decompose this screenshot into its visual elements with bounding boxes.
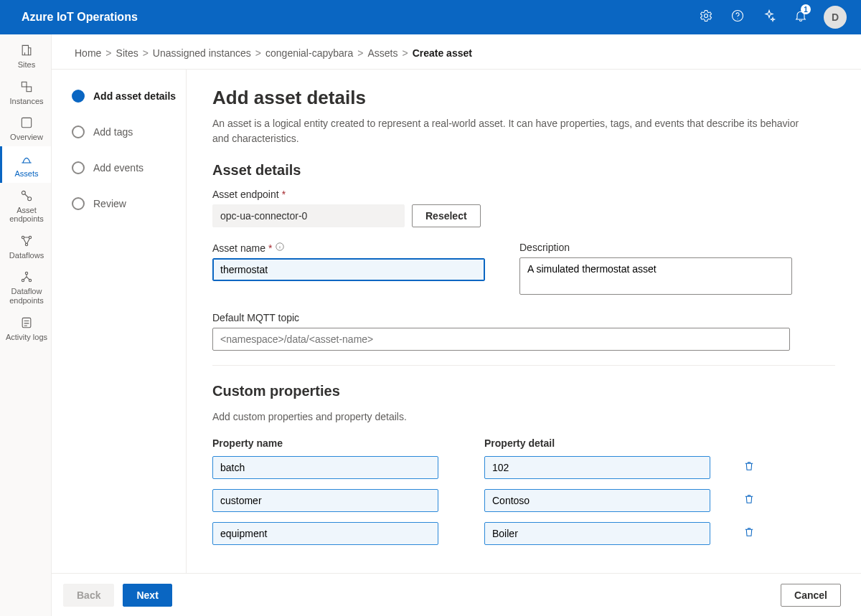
crumb-home[interactable]: Home <box>75 47 101 59</box>
rail-label: Asset endpoints <box>4 206 50 224</box>
delete-property-button[interactable] <box>739 458 759 478</box>
trash-icon <box>743 526 756 541</box>
rail-instances[interactable]: Instances <box>0 74 51 110</box>
whatsnew-button[interactable] <box>753 0 785 34</box>
dataflows-icon <box>19 234 34 248</box>
svg-point-8 <box>22 236 24 238</box>
help-icon <box>730 9 745 26</box>
description-input[interactable] <box>519 257 792 295</box>
help-button[interactable] <box>722 0 753 34</box>
step-add-events[interactable]: Add events <box>72 161 177 174</box>
property-row <box>212 522 835 545</box>
crumb-assets[interactable]: Assets <box>367 47 397 59</box>
page-title: Add asset details <box>212 87 835 109</box>
gear-icon <box>699 9 713 26</box>
app-title: Azure IoT Operations <box>22 11 138 24</box>
rail-dataflow-endpoints[interactable]: Dataflow endpoints <box>0 264 51 309</box>
app-header: Azure IoT Operations 1 D <box>0 0 861 34</box>
svg-point-2 <box>738 19 738 19</box>
step-dot-icon <box>72 197 85 210</box>
trash-icon <box>743 460 756 475</box>
asset-name-label: Asset name* <box>212 242 485 254</box>
dataflow-endpoints-icon <box>19 270 34 284</box>
overview-icon <box>19 115 34 130</box>
property-detail-input[interactable] <box>484 522 710 545</box>
endpoint-value: opc-ua-connector-0 <box>212 204 405 227</box>
section-custom-properties: Custom properties <box>212 383 835 399</box>
crumb-instance[interactable]: congenial-capybara <box>265 47 353 59</box>
step-label: Review <box>93 198 126 209</box>
svg-point-10 <box>25 243 27 245</box>
info-icon[interactable] <box>275 242 285 254</box>
left-rail: Sites Instances Overview Assets Asset en… <box>0 34 52 616</box>
rail-label: Instances <box>9 97 43 106</box>
svg-point-11 <box>25 273 27 275</box>
svg-rect-5 <box>22 118 31 128</box>
rail-asset-endpoints[interactable]: Asset endpoints <box>0 183 51 228</box>
notification-badge: 1 <box>801 4 811 14</box>
divider <box>212 365 835 366</box>
step-add-tags[interactable]: Add tags <box>72 125 177 138</box>
page-description: An asset is a logical entity created to … <box>212 116 808 146</box>
instances-icon <box>19 80 34 94</box>
asset-endpoints-icon <box>19 189 34 203</box>
wizard-footer: Back Next Cancel <box>52 573 861 616</box>
svg-point-0 <box>705 14 708 18</box>
property-name-input[interactable] <box>212 489 438 512</box>
svg-point-9 <box>29 236 31 238</box>
svg-rect-3 <box>22 82 27 87</box>
sites-icon <box>19 43 34 57</box>
mqtt-label: Default MQTT topic <box>212 312 790 323</box>
step-label: Add tags <box>93 126 133 138</box>
crumb-sites[interactable]: Sites <box>116 47 138 59</box>
mqtt-topic-input[interactable] <box>212 328 790 351</box>
rail-label: Dataflow endpoints <box>4 287 50 305</box>
rail-sites[interactable]: Sites <box>0 37 51 74</box>
section-asset-details: Asset details <box>212 162 835 179</box>
rail-assets[interactable]: Assets <box>0 146 51 183</box>
rail-label: Overview <box>10 133 43 142</box>
delete-property-button[interactable] <box>739 523 759 544</box>
user-avatar[interactable]: D <box>824 6 847 29</box>
delete-property-button[interactable] <box>739 491 759 511</box>
custom-properties-description: Add custom properties and property detai… <box>212 409 808 425</box>
step-add-details[interactable]: Add asset details <box>72 90 177 103</box>
step-review[interactable]: Review <box>72 197 177 210</box>
crumb-current: Create asset <box>413 47 472 59</box>
property-row <box>212 456 835 479</box>
trash-icon <box>743 493 756 508</box>
asset-name-input[interactable] <box>212 258 485 281</box>
rail-label: Dataflows <box>9 251 44 260</box>
step-label: Add asset details <box>93 90 176 102</box>
breadcrumb: Home> Sites> Unassigned instances> conge… <box>52 34 861 70</box>
rail-overview[interactable]: Overview <box>0 110 51 146</box>
settings-button[interactable] <box>690 0 722 34</box>
rail-label: Sites <box>18 60 35 70</box>
crumb-unassigned[interactable]: Unassigned instances <box>153 47 251 59</box>
sparkle-icon <box>762 9 776 26</box>
step-label: Add events <box>93 162 144 174</box>
property-name-header: Property name <box>212 437 438 449</box>
back-button[interactable]: Back <box>63 584 114 607</box>
notifications-button[interactable]: 1 <box>785 0 817 34</box>
property-headers: Property name Property detail <box>212 437 835 449</box>
svg-rect-4 <box>27 87 32 92</box>
reselect-button[interactable]: Reselect <box>412 204 481 227</box>
cancel-button[interactable]: Cancel <box>781 584 841 607</box>
description-label: Description <box>519 242 792 253</box>
endpoint-label: Asset endpoint* <box>212 189 835 200</box>
property-detail-header: Property detail <box>484 437 710 449</box>
property-name-input[interactable] <box>212 456 438 479</box>
step-dot-icon <box>72 90 85 103</box>
form-pane[interactable]: Add asset details An asset is a logical … <box>187 70 861 573</box>
property-row <box>212 489 835 512</box>
property-name-input[interactable] <box>212 522 438 545</box>
wizard-stepper: Add asset details Add tags Add events Re… <box>52 70 187 573</box>
step-dot-icon <box>72 125 85 138</box>
next-button[interactable]: Next <box>123 584 171 607</box>
property-detail-input[interactable] <box>484 489 710 512</box>
activity-logs-icon <box>19 316 34 330</box>
rail-activity-logs[interactable]: Activity logs <box>0 310 51 346</box>
rail-dataflows[interactable]: Dataflows <box>0 228 51 265</box>
property-detail-input[interactable] <box>484 456 710 479</box>
